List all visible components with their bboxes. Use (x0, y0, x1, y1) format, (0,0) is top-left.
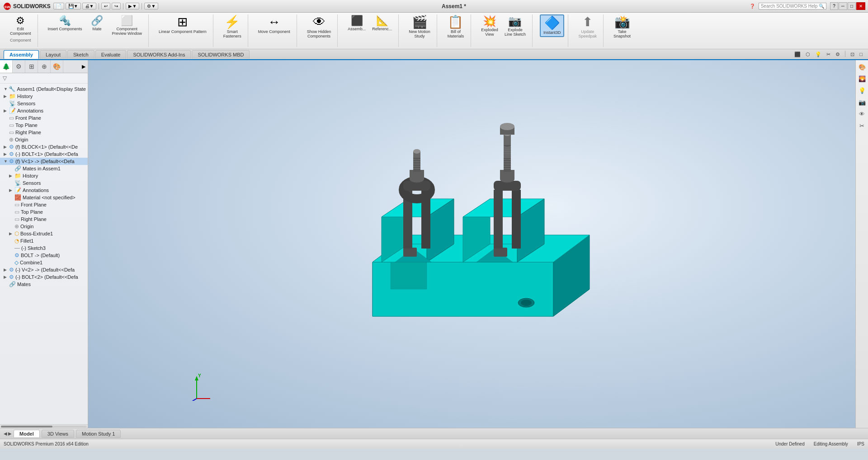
component-preview-btn[interactable]: ⬜ ComponentPreview Window (109, 14, 145, 37)
view-3d-btn[interactable]: ⬡ (804, 51, 812, 58)
tree-item-fillet1[interactable]: ◔ Fillet1 (0, 237, 88, 244)
select-btn[interactable]: ▶▼ (126, 3, 139, 9)
tree-item-bolt2[interactable]: ▶ ⚙ (-) BOLT<2> (Default<<Defa (0, 273, 88, 281)
filter-icon[interactable]: ▽ (3, 75, 7, 81)
scene-btn[interactable]: 🌄 (857, 74, 867, 84)
tree-item-bolt1[interactable]: ▶ ⚙ (-) BOLT<1> (Default<<Defa (0, 150, 88, 158)
tab-layout[interactable]: Layout (40, 50, 66, 59)
search-box[interactable]: Search SOLIDWORKS Help 🔍 (759, 3, 827, 9)
close-btn[interactable]: ✕ (856, 2, 865, 10)
zoom-fit-btn[interactable]: ⊡ (849, 51, 856, 58)
tree-item-history[interactable]: ▶ 📁 History (0, 93, 88, 100)
tree-item-top-plane[interactable]: ▭ Top Plane (0, 122, 88, 129)
tree-item-front-plane[interactable]: ▭ Front Plane (0, 114, 88, 122)
new-motion-study-btn[interactable]: 🎬 New MotionStudy (406, 14, 433, 40)
explode-line-icon: 📷 (508, 16, 522, 27)
tree-root[interactable]: ▼ 🔧 Assem1 (Default<Display State (0, 85, 88, 93)
tree-item-bolt-default[interactable]: ⚙ BOLT -> (Default) (0, 252, 88, 259)
speedpak-btn[interactable]: ⬆ UpdateSpeedpak (576, 14, 599, 40)
exploded-view-btn[interactable]: 💥 ExplodedView (478, 14, 501, 38)
tree-item-material[interactable]: 🧱 Material <not specified> (0, 194, 88, 201)
lights-btn[interactable]: 💡 (857, 85, 867, 95)
config-tab[interactable]: ⊞ (25, 60, 38, 73)
appearance-btn[interactable]: 🎨 (857, 62, 867, 72)
minimize-btn[interactable]: ─ (839, 2, 847, 10)
appear-tab[interactable]: 🎨 (51, 60, 63, 73)
feature-tree-tab[interactable]: 🌲 (0, 60, 13, 73)
tab-sketch[interactable]: Sketch (67, 50, 94, 59)
zoom-sheet-btn[interactable]: □ (858, 51, 864, 58)
tree-item-combine1[interactable]: ◇ Combine1 (0, 259, 88, 266)
snapshot-btn[interactable]: 📸 TakeSnapshot (611, 14, 633, 40)
edit-component-btn[interactable]: ⚙ EditComponent (7, 14, 34, 37)
viewport[interactable]: Y X Z (88, 60, 855, 428)
tree-item-v1[interactable]: ▼ ⚙ (f) V<1> -> (Default<<Defa (0, 158, 88, 165)
tab-evaluate[interactable]: Evaluate (95, 50, 127, 59)
view-section-btn[interactable]: ✂ (825, 51, 832, 58)
tree-item-right-plane[interactable]: ▭ Right Plane (0, 129, 88, 136)
tab-motion-study[interactable]: Motion Study 1 (76, 430, 121, 438)
section-view-btn[interactable]: ✂ (857, 121, 867, 131)
tree-item-sketch3[interactable]: — (-) Sketch3 (0, 244, 88, 252)
tree-item-annotations[interactable]: ▶ 📝 Annotations (0, 107, 88, 114)
mate-btn[interactable]: 🔗 Mate (86, 14, 108, 37)
explode-line-btn[interactable]: 📷 ExplodeLine Sketch (502, 14, 528, 38)
new-btn[interactable]: 📄 (53, 3, 64, 9)
display-manager-btn[interactable]: 👁 (857, 109, 867, 119)
reference-btn[interactable]: 📐 Referenc... (369, 14, 395, 33)
tree-item-history2[interactable]: ▶ 📁 History (0, 172, 88, 179)
tab-addins[interactable]: SOLIDWORKS Add-Ins (127, 50, 191, 59)
nav-right-btn[interactable]: ▶ (8, 431, 12, 436)
tree-item-origin[interactable]: ⊕ Origin (0, 136, 88, 143)
tab-assembly[interactable]: Assembly (4, 50, 39, 59)
tree-item-top-plane2[interactable]: ▭ Top Plane (0, 208, 88, 216)
bottom-tabs: ◀ ▶ Model 3D Views Motion Study 1 (0, 428, 868, 439)
icon-top2: ▭ (14, 209, 19, 215)
move-component-btn[interactable]: ↔ Move Component (255, 14, 293, 35)
label-mates-assem: Mates in Assem1 (23, 166, 61, 171)
tree-item-v2[interactable]: ▶ ⚙ (-) V<2> -> (Default<<Defa (0, 266, 88, 273)
assembly-btn[interactable]: ⬛ Assemb... (345, 14, 368, 33)
left-panel-scrollbar[interactable] (0, 424, 88, 428)
display-tab[interactable]: ⊕ (38, 60, 51, 73)
maximize-btn[interactable]: □ (848, 2, 856, 10)
tree-item-block1[interactable]: ▶ ⚙ (f) BLOCK<1> (Default<<De (0, 143, 88, 150)
tree-item-origin2[interactable]: ⊕ Origin (0, 223, 88, 230)
tab-model[interactable]: Model (14, 430, 40, 438)
icon-bolt-default: ⚙ (14, 252, 19, 258)
question-btn[interactable]: ? (830, 2, 838, 10)
tree-item-boss-extrude[interactable]: ▶ ⬡ Boss-Extrude1 (0, 230, 88, 237)
show-hidden-btn[interactable]: 👁 Show HiddenComponents (304, 14, 334, 40)
tree-item-sensors2[interactable]: 📡 Sensors (0, 179, 88, 187)
icon-sketch3: — (14, 245, 20, 251)
options-btn[interactable]: ⚙▼ (144, 3, 158, 9)
tree-item-front-plane2[interactable]: ▭ Front Plane (0, 201, 88, 208)
insert-components-btn[interactable]: 🔩 Insert Components (45, 14, 85, 37)
nav-left-btn[interactable]: ◀ (4, 431, 7, 436)
view-orientation-btn[interactable]: ⬛ (793, 51, 802, 58)
cameras-btn[interactable]: 📷 (857, 97, 867, 107)
print-btn[interactable]: 🖨▼ (82, 3, 97, 9)
view-settings-btn[interactable]: ⚙ (834, 51, 842, 58)
linear-pattern-btn[interactable]: ⊞ Linear Component Pattern (156, 14, 209, 35)
bom-btn[interactable]: 📋 Bill ofMaterials (444, 14, 467, 40)
panel-expand[interactable]: ▶ (80, 60, 88, 73)
tree-item-mates[interactable]: 🔗 Mates (0, 281, 88, 288)
save-btn[interactable]: 💾▼ (66, 3, 81, 9)
instant3d-btn[interactable]: 🔷 Instant3D (540, 14, 565, 37)
view-display-btn[interactable]: 💡 (813, 51, 823, 58)
tree-item-mates-assem1[interactable]: 🔗 Mates in Assem1 (0, 165, 88, 172)
ribbon-group-speedpak: ⬆ UpdateSpeedpak (572, 14, 604, 47)
undo-btn[interactable]: ↩ (101, 3, 110, 9)
redo-btn[interactable]: ↪ (112, 3, 121, 9)
view-toolbar: ⬛ ⬡ 💡 ✂ ⚙ ⊡ □ (793, 51, 864, 58)
tree-item-annotations2[interactable]: ▶ 📝 Annotations (0, 187, 88, 194)
smart-fasteners-btn[interactable]: ⚡ SmartFasteners (221, 14, 244, 40)
tree-item-sensors[interactable]: 📡 Sensors (0, 100, 88, 107)
tree-item-right-plane2[interactable]: ▭ Right Plane (0, 216, 88, 223)
tab-mbd[interactable]: SOLIDWORKS MBD (192, 50, 250, 59)
label-bolt1: (-) BOLT<1> (Default<<Defa (15, 151, 78, 157)
property-tab[interactable]: ⚙ (13, 60, 25, 73)
tab-3d-views[interactable]: 3D Views (42, 430, 74, 438)
icon-material: 🧱 (14, 194, 21, 201)
